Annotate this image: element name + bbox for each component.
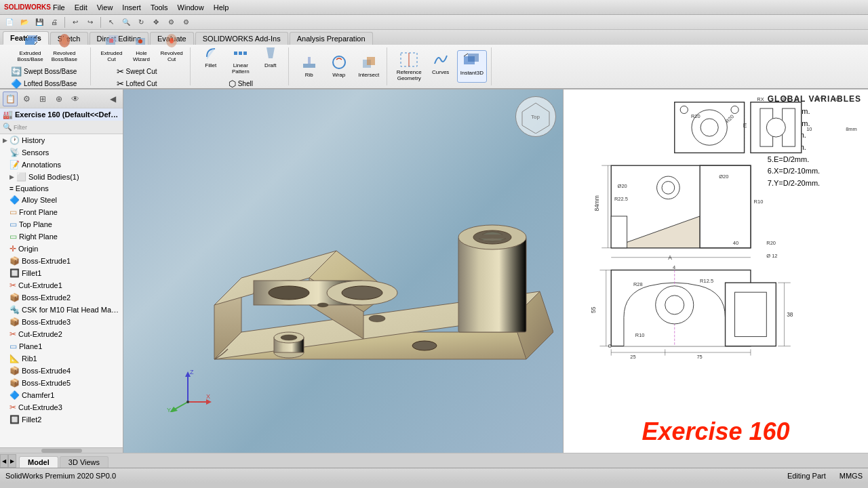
tab-analysis[interactable]: Analysis Preparation [290,32,373,45]
feature-tree[interactable]: ▶ 🕐 History 📡 Sensors 📝 Annotations ▶ ⬜ … [0,134,123,447]
menu-file[interactable]: File [49,2,69,13]
tree-scrollbar[interactable] [0,447,123,453]
tree-item-right-plane[interactable]: ▭ Right Plane [0,230,123,243]
pan-button[interactable]: ✥ [149,16,163,28]
tree-item-chamfer1[interactable]: 🔷 Chamfer1 [0,389,123,401]
rebuild-button[interactable]: ⚙ [164,16,178,28]
csk-icon: 🔩 [9,305,20,314]
dim-xpert-button[interactable]: ⊕ [52,92,66,106]
tree-item-sensors[interactable]: 📡 Sensors [0,146,123,159]
menu-edit[interactable]: Edit [71,2,92,13]
tree-item-front-plane[interactable]: ▭ Front Plane [0,206,123,218]
tree-item-fillet1[interactable]: 🔲 Fillet1 [0,267,123,279]
lofted-boss-icon: 🔷 [11,79,22,89]
svg-rect-89 [611,216,627,248]
tree-item-fillet2[interactable]: 🔲 Fillet2 [0,413,123,426]
display-manager-button[interactable]: 👁 [68,92,83,106]
save-button[interactable]: 💾 [33,16,46,28]
tree-item-annotations[interactable]: 📝 Annotations [0,159,123,171]
svg-line-6 [35,42,37,45]
tree-item-boss-extrude5[interactable]: 📦 Boss-Extrude5 [0,377,123,389]
tree-item-plane1[interactable]: ▭ Plane1 [0,340,123,352]
svg-point-65 [701,119,718,136]
tab-3d-views[interactable]: 3D Views [60,456,108,468]
hole-wizard-button[interactable]: HoleWizard [127,31,155,64]
tree-item-boss-extrude4[interactable]: 📦 Boss-Extrude4 [0,365,123,377]
swept-boss-button[interactable]: 🔄 Swept Boss/Base [8,66,86,77]
annotations-label: Annotations [22,161,61,169]
tab-model[interactable]: Model [19,456,58,468]
fillet-icon [203,45,219,63]
intersect-button[interactable]: Intersect [355,53,382,80]
boss-extrude1-label: Boss-Extrude1 [22,257,71,265]
tree-item-csk[interactable]: 🔩 CSK for M10 Flat Head Machi [0,304,123,316]
undo-button[interactable]: ↩ [68,16,82,28]
tree-item-boss-extrude2[interactable]: 📦 Boss-Extrude2 [0,291,123,304]
tree-item-equations[interactable]: = Equations [0,183,123,194]
config-manager-button[interactable]: ⊞ [35,92,50,106]
curves-button[interactable]: Curves [427,50,454,83]
right-plane-icon: ▭ [9,232,17,241]
tree-item-history[interactable]: ▶ 🕐 History [0,134,123,146]
tree-item-cut-extrude3[interactable]: ✂ Cut-Extrude3 [0,401,123,413]
tree-scrollbar-thumb[interactable] [41,449,82,453]
svg-text:Z: Z [190,369,194,375]
view-cube[interactable]: Top [515,96,556,137]
scroll-left-arrow[interactable]: ◀ [0,454,8,468]
feature-manager-button[interactable]: 📋 [3,92,18,106]
linear-pattern-button[interactable]: LinearPattern [227,43,254,77]
tree-item-cut-extrude1[interactable]: ✂ Cut-Extrude1 [0,279,123,291]
draft-button[interactable]: Draft [257,43,284,70]
redo-button[interactable]: ↪ [83,16,97,28]
rotate-button[interactable]: ↻ [134,16,148,28]
rib-button[interactable]: Rib [296,53,323,80]
svg-text:30°: 30° [814,96,821,102]
zoom-button[interactable]: 🔍 [119,16,133,28]
tab-scroll-left[interactable]: ◀ ▶ [0,454,16,468]
open-button[interactable]: 📂 [18,16,31,28]
options-button[interactable]: ⚙ [179,16,193,28]
tree-item-origin[interactable]: ✛ Origin [0,243,123,255]
revolved-boss-button[interactable]: RevolvedBoss/Base [49,31,80,64]
ref-geometry-button[interactable]: ReferenceGeometry [394,50,425,83]
tree-item-solid-bodies[interactable]: ▶ ⬜ Solid Bodies(1) [0,171,123,183]
svg-rect-105 [735,292,767,336]
lofted-cut-button[interactable]: ✂ Lofted Cut [114,78,170,89]
extruded-cut-button[interactable]: ExtrudedCut [98,31,125,64]
tree-item-boss-extrude1[interactable]: 📦 Boss-Extrude1 [0,255,123,267]
menu-window[interactable]: Window [174,2,208,13]
tab-addins[interactable]: SOLIDWORKS Add-Ins [195,32,288,45]
scroll-right-arrow[interactable]: ▶ [8,454,16,468]
svg-rect-11 [109,39,113,43]
property-manager-button[interactable]: ⚙ [19,92,34,106]
tree-item-cut-extrude2a[interactable]: ✂ Cut-Extrude2 [0,328,123,340]
svg-text:55: 55 [590,306,597,313]
collapse-panel-button[interactable]: ◀ [105,92,120,106]
fillet-button[interactable]: Fillet [197,43,224,70]
revolved-cut-button[interactable]: RevolvedCut [157,31,185,64]
shell-button[interactable]: ⬡ Shell [226,78,256,89]
main-viewport[interactable]: Z X Y Top [123,89,563,453]
tree-root[interactable]: 🏭 Exercise 160 (Default<<Default [0,108,123,121]
ribbon-group-cut: ExtrudedCut HoleWizard RevolvedCut ✂ Swe… [94,47,190,85]
svg-text:30°: 30° [833,96,840,102]
tree-item-material[interactable]: 🔷 Alloy Steel [0,194,123,206]
swept-cut-button[interactable]: ✂ Swept Cut [114,66,170,77]
boss-extrude3-icon: 📦 [9,317,20,327]
tree-item-rib1[interactable]: 📐 Rib1 [0,352,123,365]
tree-item-boss-extrude3[interactable]: 📦 Boss-Extrude3 [0,316,123,328]
extruded-boss-button[interactable]: ExtrudedBoss/Base [14,31,45,64]
menu-help[interactable]: Help [210,2,233,13]
wrap-button[interactable]: Wrap [326,53,353,80]
tree-item-top-plane[interactable]: ▭ Top Plane [0,218,123,230]
menu-tools[interactable]: Tools [146,2,172,13]
menu-view[interactable]: View [93,2,117,13]
menu-insert[interactable]: Insert [118,2,145,13]
print-button[interactable]: 🖨 [47,16,61,28]
new-button[interactable]: 📄 [3,16,16,28]
instant3d-button[interactable]: Instant3D [457,50,487,83]
select-button[interactable]: ↖ [104,16,118,28]
lofted-boss-button[interactable]: 🔷 Lofted Boss/Base [8,78,86,89]
lofted-cut-icon: ✂ [117,79,124,89]
svg-text:25: 25 [630,354,635,360]
